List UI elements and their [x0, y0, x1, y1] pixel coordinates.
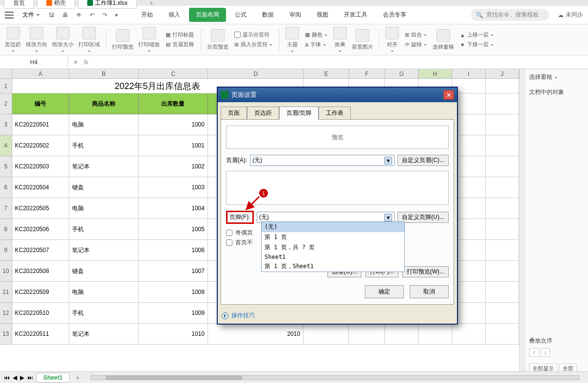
first-page-checkbox[interactable]	[226, 239, 232, 246]
odd-even-checkbox[interactable]	[226, 230, 232, 236]
sheet-tab[interactable]: Sheet1	[36, 373, 70, 383]
ribbon-effect[interactable]: 效果	[332, 27, 348, 53]
qat-more-icon[interactable]: ▾	[112, 10, 121, 20]
cell-name[interactable]: 电脑	[69, 114, 138, 135]
show-breaks-checkbox[interactable]	[234, 32, 241, 38]
redo-icon[interactable]: ↷	[99, 10, 110, 20]
ribbon-print-titles[interactable]: ▦打印标题	[164, 31, 196, 39]
ribbon-font[interactable]: A字体	[303, 40, 329, 49]
select-all-corner[interactable]	[0, 69, 12, 78]
print-icon[interactable]: 🖶	[59, 10, 71, 20]
dialog-titlebar[interactable]: 页面设置 ✕	[218, 88, 457, 102]
ribbon-orientation[interactable]: 纸张方向	[25, 27, 48, 53]
dialog-tab-header-footer[interactable]: 页眉/页脚	[279, 107, 319, 120]
ribbon-bring-forward[interactable]: ▲上移一层	[458, 31, 495, 39]
row-header[interactable]: 9	[0, 240, 12, 261]
cell[interactable]	[486, 240, 519, 261]
cell[interactable]	[486, 114, 519, 135]
tab-insert[interactable]: 插入	[162, 8, 187, 22]
new-tab-button[interactable]: +	[140, 0, 163, 7]
tab-home[interactable]: 首页	[4, 0, 34, 9]
cancel-edit-icon[interactable]: ✕	[73, 59, 78, 66]
tab-view[interactable]: 视图	[310, 8, 335, 22]
col-header-G[interactable]: G	[385, 69, 419, 78]
row-header[interactable]: 6	[0, 177, 12, 198]
ribbon-margins[interactable]: 页边距	[4, 27, 22, 53]
ribbon-align[interactable]: 对齐	[384, 27, 400, 53]
cell-name[interactable]: 手机	[69, 303, 138, 324]
col-header-F[interactable]: F	[349, 69, 385, 78]
ribbon-rotate[interactable]: ⟳旋转	[403, 40, 429, 49]
cell-id[interactable]: KC20220501	[12, 114, 70, 135]
cell-qty[interactable]: 1009	[139, 303, 208, 324]
cell[interactable]	[486, 79, 519, 93]
cell[interactable]	[486, 219, 519, 240]
cell-id[interactable]: KC20220505	[12, 198, 70, 219]
ribbon-show-breaks[interactable]: 显示分页符	[232, 31, 274, 39]
row-header[interactable]: 13	[0, 324, 12, 345]
ribbon-select-pane[interactable]: 选择窗格	[432, 29, 455, 51]
cell-id[interactable]: KC20220504	[12, 177, 70, 198]
ribbon-size[interactable]: 纸张大小	[51, 27, 75, 53]
move-down-button[interactable]: ↓	[541, 348, 550, 357]
tab-data[interactable]: 数据	[255, 8, 281, 22]
footer-option[interactable]: 第 1 页，Sheet1	[262, 261, 404, 272]
ribbon-print-preview[interactable]: 打印预览	[111, 29, 134, 51]
tab-review[interactable]: 审阅	[283, 8, 308, 22]
header-name[interactable]: 商品名称	[69, 93, 138, 114]
header-qty[interactable]: 出库数量	[139, 93, 208, 114]
cell-id[interactable]: KC20220508	[12, 261, 70, 282]
save-icon[interactable]: 🖫	[46, 10, 57, 20]
footer-option[interactable]: Sheet1	[262, 253, 404, 261]
undo-icon[interactable]: ↶	[87, 10, 97, 20]
cell-id[interactable]: KC20220507	[12, 240, 70, 261]
tab-member[interactable]: 会员专享	[376, 8, 413, 22]
tab-workbook[interactable]: 工作簿1.xlsx	[78, 0, 137, 9]
cell-name[interactable]: 电脑	[69, 198, 138, 219]
cell[interactable]	[486, 156, 519, 177]
tab-daoke[interactable]: 稻壳	[37, 0, 75, 9]
cell-name[interactable]: 键盘	[69, 177, 138, 198]
cell-id[interactable]: KC20220506	[12, 219, 70, 240]
file-menu[interactable]: 文件	[19, 9, 44, 21]
cell-name[interactable]: 笔记本	[69, 156, 138, 177]
help-tips-link[interactable]: 操作技巧	[218, 308, 457, 324]
row-header[interactable]: 7	[0, 198, 12, 219]
tab-start[interactable]: 开始	[134, 8, 160, 22]
col-header-J[interactable]: J	[486, 69, 519, 78]
col-header-D[interactable]: D	[208, 69, 303, 78]
row-header[interactable]: 4	[0, 135, 12, 156]
dialog-tab-sheet[interactable]: 工作表	[319, 107, 351, 120]
vertical-scrollbar[interactable]	[519, 69, 525, 373]
row-header[interactable]: 10	[0, 261, 12, 282]
row-header[interactable]: 11	[0, 282, 12, 303]
col-header-B[interactable]: B	[69, 69, 138, 78]
header-id[interactable]: 编号	[12, 93, 70, 114]
ribbon-bg-image[interactable]: 背景图片	[351, 29, 374, 51]
add-sheet-button[interactable]: +	[73, 374, 82, 382]
col-header-C[interactable]: C	[139, 69, 208, 78]
cell-id[interactable]: KC20220503	[12, 156, 70, 177]
cell[interactable]	[452, 324, 486, 345]
row-header[interactable]: 1	[0, 79, 12, 93]
tab-developer[interactable]: 开发工具	[337, 8, 374, 22]
sheet-nav-next[interactable]: ▶	[20, 374, 24, 381]
dropdown-arrow-icon[interactable]: ▾	[384, 157, 392, 164]
cell[interactable]	[486, 135, 519, 156]
cell-qty[interactable]: 1001	[139, 135, 208, 156]
cell-name[interactable]: 键盘	[69, 261, 138, 282]
cell-d[interactable]: 2010	[208, 324, 303, 345]
footer-dropdown-list[interactable]: (无) 第 1 页 第 1 页，共 ? 页 Sheet1 第 1 页，Sheet…	[261, 221, 405, 272]
cell[interactable]	[385, 324, 418, 345]
cell-qty[interactable]: 1003	[139, 177, 208, 198]
ribbon-group-button[interactable]: ⊞组合	[403, 31, 429, 39]
tab-formula[interactable]: 公式	[228, 8, 253, 22]
print-preview-button[interactable]: 打印预览(W)...	[402, 266, 449, 277]
col-header-A[interactable]: A	[12, 69, 70, 78]
horizontal-scrollbar[interactable]	[91, 375, 579, 380]
cell-qty[interactable]: 1000	[139, 114, 208, 135]
cell-name[interactable]: 笔记本	[69, 324, 138, 345]
ribbon-header-footer[interactable]: ▤页眉页脚	[164, 40, 196, 49]
ribbon-send-backward[interactable]: ▼下移一层	[458, 40, 495, 49]
cell-id[interactable]: KC20220502	[12, 135, 70, 156]
